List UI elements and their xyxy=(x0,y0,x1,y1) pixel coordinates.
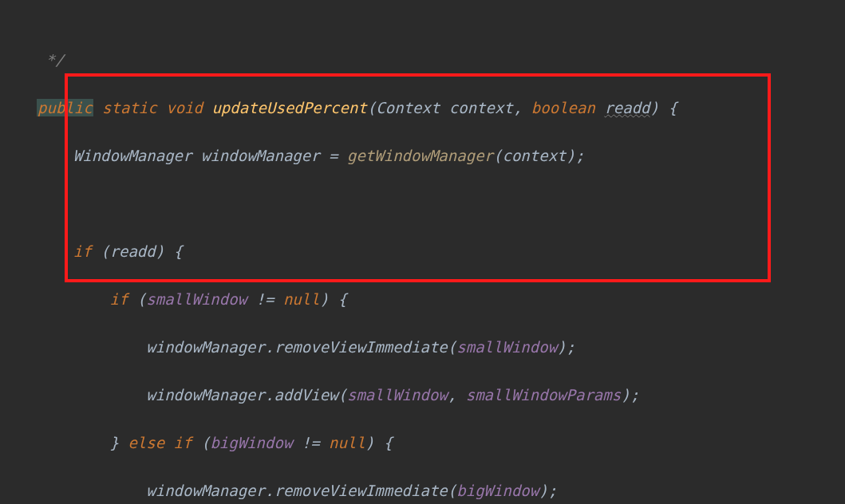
comment-end: */ xyxy=(45,51,64,69)
type: WindowManager xyxy=(73,147,192,164)
code-line: windowManager.removeViewImmediate(bigWin… xyxy=(37,478,845,502)
code-line: } else if (bigWindow != null) { xyxy=(37,431,845,455)
field-smallWindow: smallWindow xyxy=(146,290,247,308)
method-call: removeViewImmediate xyxy=(274,338,447,356)
method-name: updateUsedPercent xyxy=(211,99,366,116)
code-block: */ public static void updateUsedPercent(… xyxy=(0,24,845,504)
code-line: if (readd) { xyxy=(37,239,845,263)
code-line xyxy=(37,191,845,215)
param-name: readd xyxy=(604,99,650,116)
method-call: getWindowManager xyxy=(347,147,493,164)
keyword-null: null xyxy=(283,290,320,308)
field-bigWindow: bigWindow xyxy=(210,434,292,451)
code-line: */ xyxy=(37,48,845,72)
code-line: windowManager.removeViewImmediate(smallW… xyxy=(37,335,845,359)
method-call: removeViewImmediate xyxy=(274,482,447,499)
keyword-void: void xyxy=(166,99,203,116)
code-editor[interactable]: */ public static void updateUsedPercent(… xyxy=(0,0,845,504)
code-line: public static void updateUsedPercent(Con… xyxy=(37,96,845,120)
brace: ) { xyxy=(650,99,677,116)
code-line: if (smallWindow != null) { xyxy=(37,287,845,311)
var: windowManager xyxy=(201,147,320,164)
param-type: Context xyxy=(376,99,440,116)
code-line: windowManager.addView(smallWindow, small… xyxy=(37,383,845,407)
param-name: context xyxy=(449,99,513,116)
param-type: boolean xyxy=(531,99,595,116)
method-call: addView xyxy=(274,386,338,404)
keyword-public: public xyxy=(37,99,93,116)
code-line: WindowManager windowManager = getWindowM… xyxy=(37,144,845,167)
keyword-static: static xyxy=(102,99,157,116)
